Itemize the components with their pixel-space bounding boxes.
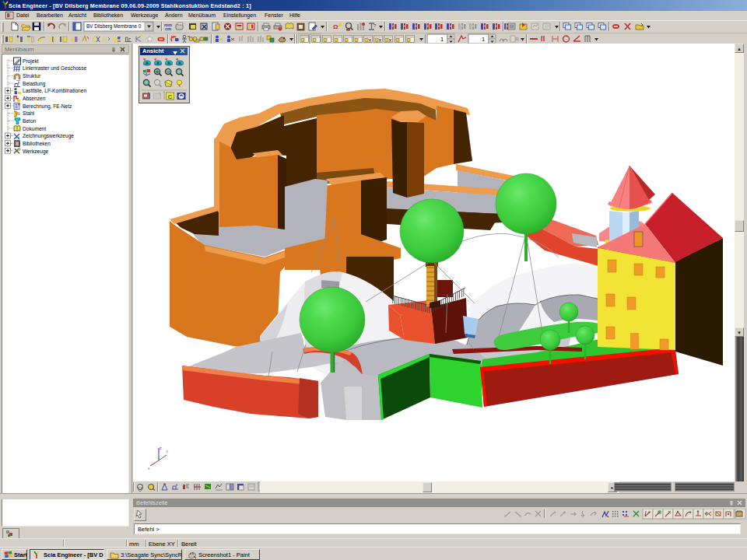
- svg-text:BV Dilsberg Membrane 0: BV Dilsberg Membrane 0: [86, 23, 142, 30]
- svg-text:Struktur: Struktur: [23, 73, 41, 79]
- svg-text:−: −: [167, 69, 170, 75]
- svg-text:1: 1: [440, 36, 444, 43]
- svg-text:Werkzeuge: Werkzeuge: [23, 149, 49, 155]
- svg-text:z: z: [160, 446, 162, 450]
- svg-text:Projekt: Projekt: [23, 58, 39, 65]
- svg-text:1: 1: [482, 36, 485, 43]
- svg-text:+: +: [156, 69, 159, 75]
- svg-text:Beton: Beton: [23, 118, 37, 124]
- svg-text:Stahl: Stahl: [23, 110, 35, 116]
- svg-text:Belastung: Belastung: [23, 81, 46, 87]
- svg-text:x: x: [148, 466, 150, 471]
- svg-text:cm: cm: [165, 26, 171, 31]
- svg-text:Absenzen: Absenzen: [23, 96, 46, 101]
- svg-text:Bibliotheken: Bibliotheken: [23, 141, 51, 146]
- svg-text:R: R: [515, 37, 519, 42]
- svg-text:Linienraster und Geschosse: Linienraster und Geschosse: [23, 65, 86, 71]
- svg-text:Zeichnungswerkzeuge: Zeichnungswerkzeuge: [23, 133, 74, 139]
- svg-text:Y: Y: [166, 450, 169, 454]
- svg-text:C: C: [168, 93, 173, 100]
- svg-text:Ω: Ω: [333, 23, 338, 30]
- svg-text:Berechnung, FE-Netz: Berechnung, FE-Netz: [23, 103, 72, 110]
- svg-text:Dokument: Dokument: [23, 126, 46, 131]
- svg-text:?: ?: [374, 23, 377, 28]
- svg-text:Lastfälle, LF-Kombinationen: Lastfälle, LF-Kombinationen: [23, 88, 86, 93]
